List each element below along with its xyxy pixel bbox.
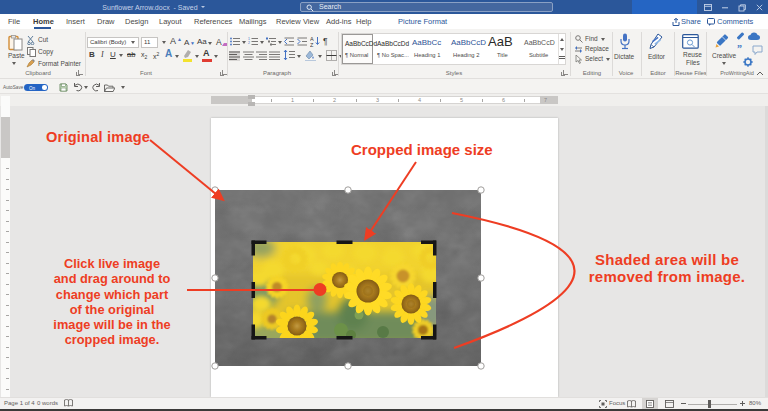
svg-text:Z: Z [310, 42, 314, 48]
svg-text:2: 2 [248, 41, 250, 45]
